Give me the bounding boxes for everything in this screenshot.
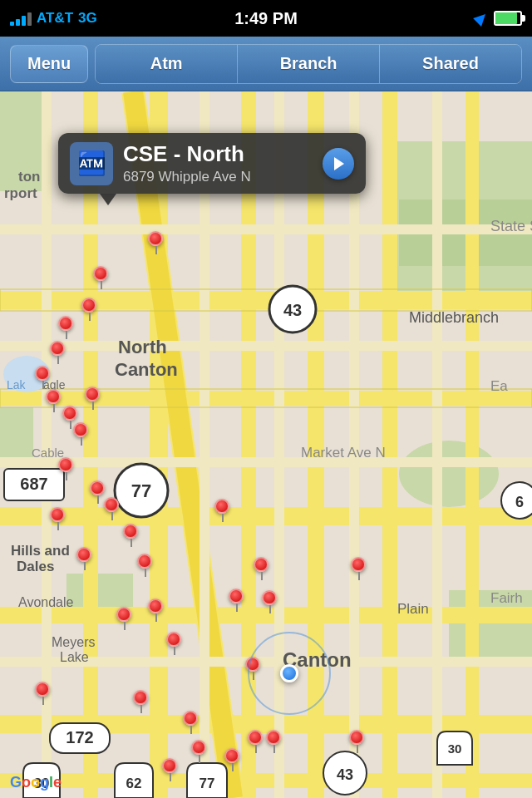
- pin-circle: [254, 557, 268, 572]
- callout-address: 6879 Whipple Ave N: [123, 169, 313, 185]
- map-pin[interactable]: [81, 298, 98, 319]
- map-pin[interactable]: [123, 524, 140, 545]
- map-pin[interactable]: [254, 557, 270, 579]
- svg-point-4: [399, 441, 499, 507]
- svg-text:6: 6: [515, 494, 524, 510]
- pin-stem: [199, 755, 200, 763]
- map-pin[interactable]: [58, 316, 75, 337]
- pin-circle: [35, 366, 50, 381]
- menu-button[interactable]: Menu: [10, 45, 88, 83]
- location-icon: [473, 10, 490, 27]
- map-pin[interactable]: [46, 389, 62, 411]
- map-pin[interactable]: [262, 590, 278, 612]
- tab-atm[interactable]: Atm: [96, 45, 238, 83]
- segment-control: Atm Branch Shared: [95, 44, 522, 84]
- svg-text:43: 43: [337, 766, 353, 783]
- map-pin[interactable]: [137, 554, 154, 575]
- map-pin[interactable]: [183, 711, 200, 732]
- svg-text:Lake: Lake: [60, 650, 89, 664]
- map-pin[interactable]: [35, 366, 52, 387]
- svg-text:Ea: Ea: [490, 378, 508, 394]
- svg-rect-10: [0, 507, 532, 525]
- svg-rect-27: [200, 91, 209, 798]
- tab-shared[interactable]: Shared: [380, 45, 521, 83]
- map-pin[interactable]: [191, 740, 208, 761]
- tab-branch[interactable]: Branch: [238, 45, 380, 83]
- callout-detail-button[interactable]: [323, 148, 354, 180]
- pin-stem: [101, 281, 102, 289]
- pin-circle: [148, 598, 163, 613]
- svg-text:Hills and: Hills and: [11, 543, 70, 559]
- pin-circle: [123, 524, 138, 539]
- map-pin[interactable]: [148, 598, 165, 620]
- pin-stem: [57, 356, 59, 364]
- svg-rect-5: [0, 407, 33, 457]
- pin-circle: [46, 389, 61, 404]
- map-pin[interactable]: [266, 730, 283, 751]
- map-pin[interactable]: [104, 497, 121, 519]
- chevron-right-icon: [334, 157, 344, 170]
- svg-text:30: 30: [448, 741, 462, 756]
- map-pin[interactable]: [162, 758, 179, 780]
- svg-rect-24: [0, 457, 532, 467]
- callout-popup: 🏧 CSE - North 6879 Whipple Ave N: [58, 133, 366, 194]
- pin-stem: [53, 404, 55, 412]
- svg-rect-13: [0, 773, 532, 788]
- pin-stem: [66, 331, 67, 339]
- map-pin[interactable]: [58, 457, 75, 479]
- svg-text:Meyers: Meyers: [52, 635, 95, 649]
- svg-rect-30: [432, 91, 442, 798]
- pin-stem: [66, 472, 67, 480]
- svg-text:Avondale: Avondale: [18, 595, 74, 609]
- pin-circle: [162, 758, 177, 773]
- map-pin[interactable]: [35, 682, 52, 703]
- svg-rect-19: [466, 91, 479, 798]
- pin-circle: [266, 730, 281, 745]
- pin-stem: [97, 495, 99, 504]
- svg-text:43: 43: [283, 301, 302, 319]
- map-pin[interactable]: [214, 499, 231, 520]
- map-pin[interactable]: [229, 589, 245, 610]
- battery-icon: [494, 11, 522, 26]
- map-pin[interactable]: [133, 690, 150, 712]
- google-logo: Google: [10, 774, 62, 791]
- svg-text:rport: rport: [4, 185, 37, 201]
- callout-text: CSE - North 6879 Whipple Ave N: [123, 141, 313, 185]
- map-pin[interactable]: [349, 730, 366, 751]
- svg-text:Middlebranch: Middlebranch: [409, 309, 499, 326]
- map-container[interactable]: 77 43 687 172 30 62 77 43 30: [0, 91, 532, 798]
- map-pin[interactable]: [166, 632, 183, 653]
- pin-stem: [145, 569, 146, 577]
- map-pin[interactable]: [351, 557, 367, 579]
- status-bar: AT&T 3G 1:49 PM: [0, 0, 532, 37]
- svg-text:Plain: Plain: [397, 601, 429, 617]
- map-pin[interactable]: [85, 387, 101, 408]
- map-pin[interactable]: [93, 266, 110, 288]
- map-pin[interactable]: [50, 341, 66, 362]
- pin-stem: [57, 522, 59, 530]
- pin-circle: [166, 632, 181, 647]
- svg-text:172: 172: [66, 728, 93, 746]
- map-pin[interactable]: [50, 507, 66, 529]
- svg-text:62: 62: [126, 776, 142, 791]
- pin-stem: [255, 745, 257, 753]
- pin-circle: [148, 231, 163, 246]
- pin-circle: [349, 730, 364, 745]
- network-label: 3G: [78, 10, 97, 27]
- map-pin[interactable]: [224, 748, 241, 770]
- pin-circle: [58, 316, 73, 331]
- pin-stem: [111, 512, 113, 520]
- svg-rect-22: [0, 224, 532, 234]
- battery-fill: [495, 12, 517, 24]
- pin-circle: [85, 387, 100, 401]
- map-pin[interactable]: [116, 607, 133, 628]
- pin-circle: [81, 298, 96, 313]
- pin-stem: [155, 246, 157, 254]
- map-pin[interactable]: [248, 730, 264, 751]
- map-pin[interactable]: [148, 231, 165, 253]
- pin-stem: [236, 603, 238, 612]
- pin-stem: [273, 745, 275, 753]
- map-pin[interactable]: [73, 422, 90, 444]
- carrier-label: AT&T: [37, 10, 73, 27]
- map-pin[interactable]: [76, 547, 93, 569]
